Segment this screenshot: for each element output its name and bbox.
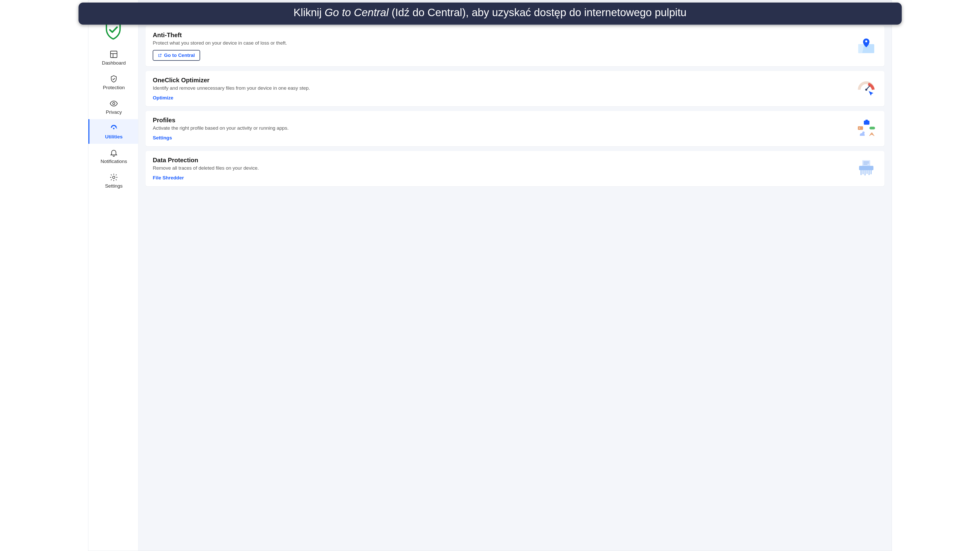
card-body: Profiles Activate the right profile base…	[153, 116, 288, 141]
card-description: Remove all traces of deleted files on yo…	[153, 165, 259, 171]
optimize-link[interactable]: Optimize	[153, 95, 173, 100]
svg-rect-23	[859, 166, 873, 170]
svg-point-5	[116, 126, 116, 126]
optimizer-illustration	[855, 79, 877, 99]
card-body: Data Protection Remove all traces of del…	[153, 157, 259, 181]
sidebar: Dashboard Protection Privacy	[88, 0, 138, 551]
utilities-icon	[110, 124, 118, 132]
dashboard-icon	[110, 50, 118, 59]
sidebar-item-privacy[interactable]: Privacy	[88, 95, 138, 119]
sidebar-item-label: Utilities	[105, 134, 123, 140]
gear-icon	[110, 173, 118, 182]
sidebar-item-notifications[interactable]: Notifications	[88, 144, 138, 168]
svg-rect-16	[858, 126, 863, 130]
card-body: Anti-Theft Protect what you stored on yo…	[153, 32, 287, 61]
svg-rect-14	[864, 121, 869, 125]
file-shredder-link[interactable]: File Shredder	[153, 175, 184, 180]
sidebar-item-label: Settings	[105, 183, 123, 189]
card-profiles: Profiles Activate the right profile base…	[146, 111, 885, 147]
card-description: Activate the right profile based on your…	[153, 125, 288, 131]
profiles-icon	[856, 119, 876, 139]
sidebar-item-protection[interactable]: Protection	[88, 70, 138, 95]
svg-rect-15	[865, 120, 868, 121]
main-content: Anti-Theft Protect what you stored on yo…	[138, 0, 892, 551]
sidebar-item-label: Notifications	[101, 159, 127, 164]
svg-point-8	[113, 176, 115, 178]
profiles-illustration	[855, 119, 877, 139]
card-title: OneClick Optimizer	[153, 76, 310, 84]
card-data-protection: Data Protection Remove all traces of del…	[146, 151, 885, 186]
sidebar-item-label: Protection	[103, 85, 125, 91]
eye-icon	[110, 99, 118, 108]
svg-point-3	[113, 102, 115, 105]
svg-point-13	[865, 89, 867, 91]
sidebar-item-dashboard[interactable]: Dashboard	[88, 45, 138, 70]
shield-icon	[110, 75, 118, 83]
caption-suffix: (Idź do Central), aby uzyskać dostęp do …	[391, 6, 686, 18]
external-link-icon	[158, 53, 162, 57]
card-description: Protect what you stored on your device i…	[153, 40, 287, 46]
svg-rect-0	[111, 51, 117, 58]
go-to-central-button[interactable]: Go to Central	[153, 50, 200, 61]
card-antitheft: Anti-Theft Protect what you stored on yo…	[146, 26, 885, 66]
svg-point-4	[113, 128, 115, 129]
sidebar-item-label: Dashboard	[102, 60, 126, 66]
sidebar-item-label: Privacy	[106, 110, 122, 115]
card-title: Profiles	[153, 116, 288, 124]
bell-icon	[110, 148, 118, 157]
svg-point-6	[116, 127, 117, 127]
caption-prefix: Kliknij	[294, 6, 325, 18]
sidebar-item-settings[interactable]: Settings	[88, 168, 138, 193]
card-title: Anti-Theft	[153, 32, 287, 39]
data-protection-illustration	[855, 159, 877, 178]
instruction-caption: Kliknij Go to Central (Idź do Central), …	[78, 3, 902, 25]
map-pin-icon	[856, 36, 876, 56]
svg-point-11	[865, 40, 867, 42]
card-body: OneClick Optimizer Identify and remove u…	[153, 76, 310, 101]
card-title: Data Protection	[153, 157, 259, 164]
shredder-icon	[856, 159, 876, 178]
profiles-settings-link[interactable]: Settings	[153, 135, 172, 140]
card-optimizer: OneClick Optimizer Identify and remove u…	[146, 71, 885, 106]
antitheft-illustration	[855, 36, 877, 56]
app-shell: Dashboard Protection Privacy	[88, 0, 892, 551]
go-to-central-label: Go to Central	[164, 53, 195, 58]
svg-rect-18	[869, 127, 875, 129]
sidebar-item-utilities[interactable]: Utilities	[88, 119, 138, 144]
gauge-cursor-icon	[856, 79, 876, 99]
svg-point-7	[116, 128, 117, 129]
caption-emphasis: Go to Central	[325, 6, 389, 18]
card-description: Identify and remove unnecessary files fr…	[153, 85, 310, 91]
